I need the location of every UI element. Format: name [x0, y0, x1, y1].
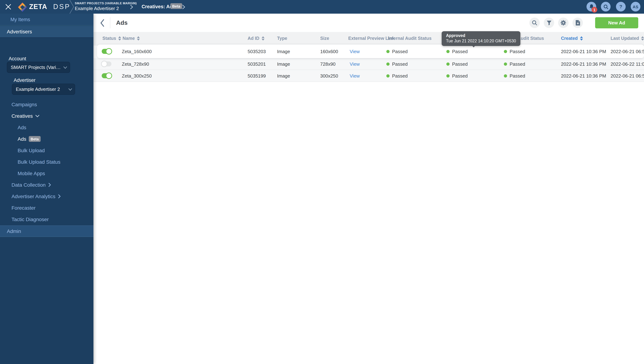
last-updated-date: 2022-06-22 11:06	[610, 58, 644, 70]
audit-status: Passed	[392, 73, 408, 78]
last-updated-date: 2022-06-21 06:56	[610, 44, 644, 58]
sidebar-item-advertisers[interactable]: Advertisers	[0, 26, 93, 38]
audit-status: Passed	[510, 73, 525, 78]
back-button[interactable]	[99, 19, 106, 27]
tooltip-timestamp: Tue Jun 21 2022 14:10:20 GMT+0530	[446, 38, 516, 44]
sidebar-item-my-items[interactable]: My Items	[0, 14, 93, 26]
new-ad-button[interactable]: New Ad	[595, 17, 638, 28]
chevron-right-icon	[58, 194, 61, 198]
breadcrumb-account-label: SMART PROJECTS (VARIABLE MARGIN)	[75, 2, 137, 5]
chevron-right-icon	[130, 5, 133, 9]
status-toggle[interactable]	[102, 49, 111, 54]
column-header-last-updated[interactable]: Last Updated	[610, 36, 644, 41]
filter-icon	[546, 20, 551, 25]
help-button[interactable]: ?	[616, 2, 626, 12]
status-dot	[504, 62, 507, 66]
column-header-size[interactable]: Size	[320, 36, 329, 41]
admin-label: Admin	[7, 228, 21, 234]
sidebar-item-bulk-upload-status[interactable]: Bulk Upload Status	[18, 158, 60, 166]
sidebar-item-ads-beta[interactable]: Ads Beta	[18, 135, 41, 142]
view-link[interactable]: View	[350, 49, 360, 54]
ad-name: Zeta_300x250	[122, 70, 152, 82]
ad-id: 5035201	[248, 58, 266, 70]
sidebar-item-creatives[interactable]: Creatives	[12, 112, 40, 120]
advertiser-select[interactable]: Example Advertiser 2	[12, 84, 75, 95]
tooltip-caret	[471, 44, 477, 48]
audit-status: Passed	[392, 49, 408, 54]
sidebar-item-mobile-apps[interactable]: Mobile Apps	[18, 170, 45, 177]
status-toggle[interactable]	[102, 73, 111, 78]
advertiser-label: Advertiser	[14, 78, 36, 83]
audit-status-tooltip: Approved Tue Jun 21 2022 14:10:20 GMT+05…	[442, 31, 520, 46]
sidebar-item-data-collection[interactable]: Data Collection	[12, 181, 51, 188]
brand-zeta: ZETA	[29, 3, 47, 11]
account-select[interactable]: SMART Projects (Variable M...	[7, 62, 70, 73]
status-toggle[interactable]	[102, 62, 111, 66]
user-avatar[interactable]: AS	[631, 2, 640, 12]
ad-name: Zeta_160x600	[122, 44, 152, 58]
ad-size: 300x250	[320, 70, 338, 82]
audit-status[interactable]: Passed	[452, 49, 468, 54]
sort-icon	[580, 36, 583, 40]
topbar: ZETA DSP SMART PROJECTS (VARIABLE MARGIN…	[0, 0, 644, 14]
ad-id: 5035203	[248, 44, 266, 58]
audit-status: Passed	[452, 61, 468, 66]
column-header-ad-id[interactable]: Ad ID	[248, 36, 264, 41]
advertiser-select-value: Example Advertiser 2	[16, 86, 60, 92]
breadcrumb-beta-badge: Beta	[170, 3, 182, 9]
filter-button[interactable]	[544, 18, 554, 28]
audit-status: Passed	[510, 49, 525, 54]
toggle-knob	[101, 61, 107, 67]
export-icon	[575, 20, 580, 26]
chevron-right-icon	[48, 183, 51, 187]
ad-type: Image	[277, 58, 290, 70]
view-link[interactable]: View	[350, 73, 360, 78]
advertisers-label: Advertisers	[7, 29, 32, 34]
sidebar-item-campaigns[interactable]: Campaigns	[12, 101, 37, 108]
ad-size: 728x90	[320, 58, 336, 70]
table-row[interactable]: Zeta_160x600 5035203 Image 160x600 View …	[97, 44, 644, 58]
column-header-internal-audit-status[interactable]: Internal Audit Status	[388, 36, 432, 41]
ad-size: 160x600	[320, 44, 338, 58]
export-button[interactable]	[572, 18, 583, 28]
settings-icon	[561, 20, 566, 26]
table-row[interactable]: Zeta_728x90 5035201 Image 728x90 View Pa…	[93, 58, 644, 70]
page-header: Ads	[93, 14, 644, 32]
sidebar: My Items Advertisers Account SMART Proje…	[0, 14, 93, 364]
main-content: Ads	[93, 14, 644, 364]
column-header-type[interactable]: Type	[277, 36, 287, 41]
close-icon[interactable]	[5, 4, 12, 10]
audit-status: Passed	[392, 61, 408, 66]
brand-dsp: DSP	[53, 3, 71, 11]
sort-icon	[137, 36, 140, 40]
status-dot	[386, 50, 390, 53]
account-select-value: SMART Projects (Variable M...	[11, 64, 62, 70]
sidebar-item-bulk-upload[interactable]: Bulk Upload	[18, 147, 45, 154]
column-header-name[interactable]: Name	[123, 36, 140, 41]
header-divider	[110, 17, 110, 28]
page-title: Ads	[116, 20, 128, 26]
avatar-initials: AS	[633, 4, 638, 9]
view-link[interactable]: View	[350, 61, 360, 66]
sidebar-item-advertiser-analytics[interactable]: Advertiser Analytics	[12, 193, 61, 200]
column-header-status[interactable]: Status	[102, 36, 121, 41]
global-search-button[interactable]	[601, 2, 610, 12]
sidebar-item-admin[interactable]: Admin	[0, 226, 93, 237]
column-header-created[interactable]: Created	[561, 36, 583, 41]
table-search-button[interactable]	[529, 18, 540, 28]
sidebar-item-forecaster[interactable]: Forecaster	[12, 204, 36, 212]
breadcrumb-advertiser-segment[interactable]: SMART PROJECTS (VARIABLE MARGIN) Example…	[75, 2, 137, 11]
sidebar-item-ads[interactable]: Ads	[18, 124, 26, 131]
status-dot	[386, 74, 390, 77]
status-dot	[386, 62, 390, 66]
table-row[interactable]: Zeta_300x250 5035199 Image 300x250 View …	[93, 70, 644, 82]
zeta-logo-icon[interactable]	[18, 2, 27, 12]
account-label: Account	[9, 56, 26, 62]
tooltip-title: Approved	[446, 33, 516, 38]
sidebar-item-tactic-diagnoser[interactable]: Tactic Diagnoser	[12, 216, 49, 223]
chevron-down-icon	[35, 114, 40, 118]
breadcrumb-advertiser-name: Example Advertiser 2	[75, 6, 137, 11]
status-dot	[446, 62, 450, 66]
toggle-knob	[106, 48, 112, 54]
settings-button[interactable]	[558, 18, 568, 28]
